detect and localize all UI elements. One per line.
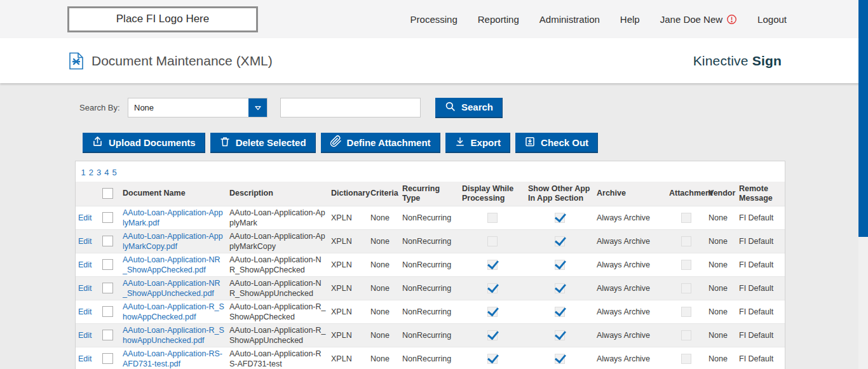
- select-all-checkbox[interactable]: [102, 188, 113, 199]
- edit-link[interactable]: Edit: [78, 307, 92, 316]
- chevron-down-icon[interactable]: [248, 98, 267, 117]
- archive-cell: Always Archive: [594, 347, 667, 369]
- attachment-checkbox[interactable]: [681, 330, 691, 340]
- document-name-link[interactable]: AAuto-Loan-Application-ApplyMark.pdf: [123, 208, 223, 227]
- nav-logout[interactable]: Logout: [757, 14, 787, 25]
- page-link-1[interactable]: 1: [81, 168, 86, 177]
- show-other-app-checkbox[interactable]: [555, 236, 565, 246]
- row-select-checkbox[interactable]: [102, 353, 113, 364]
- attachment-checkbox[interactable]: [681, 213, 691, 223]
- nav-user[interactable]: Jane Doe New: [660, 14, 737, 25]
- define-attachment-button[interactable]: Define Attachment: [321, 133, 440, 153]
- show-other-app-checkbox[interactable]: [555, 283, 565, 293]
- edit-link[interactable]: Edit: [78, 284, 92, 293]
- trash-icon: [219, 136, 231, 149]
- edit-link[interactable]: Edit: [78, 237, 92, 246]
- criteria-cell: None: [368, 300, 400, 323]
- description-cell: AAuto-Loan-Application-RS-AFD731-test: [227, 347, 329, 369]
- document-name-link[interactable]: AAuto-Loan-Application-R_ShowAppUnchecke…: [123, 326, 224, 345]
- nav-reporting[interactable]: Reporting: [478, 14, 519, 25]
- scrollbar-thumb[interactable]: [858, 0, 868, 237]
- col-attachment: Attachment: [667, 182, 706, 206]
- show-other-app-checkbox[interactable]: [555, 354, 565, 364]
- document-name-link[interactable]: AAuto-Loan-Application-ApplyMarkCopy.pdf: [123, 232, 223, 251]
- page-link-5[interactable]: 5: [112, 168, 116, 177]
- row-select-checkbox[interactable]: [102, 212, 113, 223]
- export-button[interactable]: Export: [445, 133, 511, 153]
- row-select-checkbox[interactable]: [102, 236, 113, 246]
- attachment-checkbox[interactable]: [681, 283, 691, 293]
- display-while-processing-checkbox[interactable]: [487, 213, 498, 223]
- download-icon: [454, 136, 466, 149]
- attachment-checkbox[interactable]: [681, 236, 691, 246]
- select-all-header: [100, 182, 120, 206]
- show-other-app-checkbox[interactable]: [555, 330, 565, 340]
- document-actions-toolbar: Upload Documents Delete Selected Define …: [83, 133, 868, 153]
- row-select-checkbox[interactable]: [102, 306, 113, 317]
- row-select-checkbox[interactable]: [102, 259, 113, 270]
- upload-documents-label: Upload Documents: [109, 137, 196, 148]
- recurring-type-cell: NonRecurring: [400, 253, 459, 276]
- xml-document-icon: [69, 52, 84, 70]
- nav-processing[interactable]: Processing: [410, 14, 458, 25]
- attachment-checkbox[interactable]: [681, 354, 691, 364]
- document-name-link[interactable]: AAuto-Loan-Application-NR_ShowAppChecked…: [123, 255, 220, 274]
- documents-table-container: 12345 Document Name Description Dictiona…: [75, 161, 785, 369]
- attachment-checkbox[interactable]: [681, 307, 691, 317]
- criteria-cell: None: [368, 253, 400, 276]
- search-by-dropdown[interactable]: None: [128, 98, 268, 117]
- search-button-label: Search: [461, 102, 493, 112]
- remote-message-cell: FI Default: [736, 347, 785, 369]
- show-other-app-checkbox[interactable]: [555, 307, 565, 317]
- dictionary-cell: XPLN: [329, 347, 368, 369]
- nav-administration[interactable]: Administration: [539, 14, 600, 25]
- display-while-processing-checkbox[interactable]: [487, 283, 498, 293]
- edit-link[interactable]: Edit: [78, 213, 92, 222]
- row-select-checkbox[interactable]: [102, 330, 113, 340]
- page-link-3[interactable]: 3: [97, 168, 101, 177]
- table-header-row: Document Name Description Dictionary Cri…: [76, 182, 785, 206]
- document-name-link[interactable]: AAuto-Loan-Application-RS-AFD731-test.pd…: [123, 349, 222, 368]
- document-name-link[interactable]: AAuto-Loan-Application-R_ShowAppChecked.…: [123, 302, 224, 321]
- upload-documents-button[interactable]: Upload Documents: [83, 133, 205, 153]
- archive-cell: Always Archive: [594, 276, 667, 300]
- recurring-type-cell: NonRecurring: [400, 206, 459, 229]
- alert-circle-icon[interactable]: [726, 14, 737, 25]
- display-while-processing-checkbox[interactable]: [487, 236, 498, 246]
- document-name-link[interactable]: AAuto-Loan-Application-NR_ShowAppUncheck…: [123, 279, 220, 298]
- delete-selected-button[interactable]: Delete Selected: [210, 133, 316, 153]
- dictionary-cell: XPLN: [329, 276, 368, 300]
- search-input[interactable]: [280, 98, 421, 117]
- search-icon: [444, 100, 456, 114]
- display-while-processing-checkbox[interactable]: [487, 354, 498, 364]
- description-cell: AAuto-Loan-Application-NR_ShowAppChecked: [227, 253, 329, 276]
- description-cell: AAuto-Loan-Application-NR_ShowAppUncheck…: [227, 276, 329, 300]
- vertical-scrollbar[interactable]: [858, 0, 868, 369]
- vendor-cell: None: [706, 206, 736, 229]
- search-button[interactable]: Search: [435, 98, 503, 118]
- page-link-2[interactable]: 2: [89, 168, 93, 177]
- display-while-processing-checkbox[interactable]: [487, 260, 498, 270]
- vendor-cell: None: [706, 347, 736, 369]
- paperclip-icon: [330, 135, 342, 149]
- display-while-processing-checkbox[interactable]: [487, 330, 498, 340]
- recurring-type-cell: NonRecurring: [400, 300, 459, 323]
- col-archive: Archive: [594, 182, 667, 206]
- display-while-processing-checkbox[interactable]: [487, 307, 498, 317]
- page-link-4[interactable]: 4: [104, 168, 109, 177]
- remote-message-cell: FI Default: [736, 300, 785, 323]
- col-document-name: Document Name: [120, 182, 227, 206]
- criteria-cell: None: [368, 229, 400, 253]
- col-dictionary: Dictionary: [329, 182, 368, 206]
- show-other-app-checkbox[interactable]: [555, 213, 565, 223]
- show-other-app-checkbox[interactable]: [555, 260, 565, 270]
- edit-link[interactable]: Edit: [78, 331, 92, 340]
- attachment-checkbox[interactable]: [681, 260, 691, 270]
- recurring-type-cell: NonRecurring: [400, 323, 459, 347]
- edit-link[interactable]: Edit: [78, 354, 92, 363]
- check-out-button[interactable]: Check Out: [515, 133, 598, 153]
- nav-help[interactable]: Help: [620, 14, 640, 25]
- edit-link[interactable]: Edit: [78, 260, 92, 269]
- archive-cell: Always Archive: [594, 206, 667, 229]
- row-select-checkbox[interactable]: [102, 283, 113, 293]
